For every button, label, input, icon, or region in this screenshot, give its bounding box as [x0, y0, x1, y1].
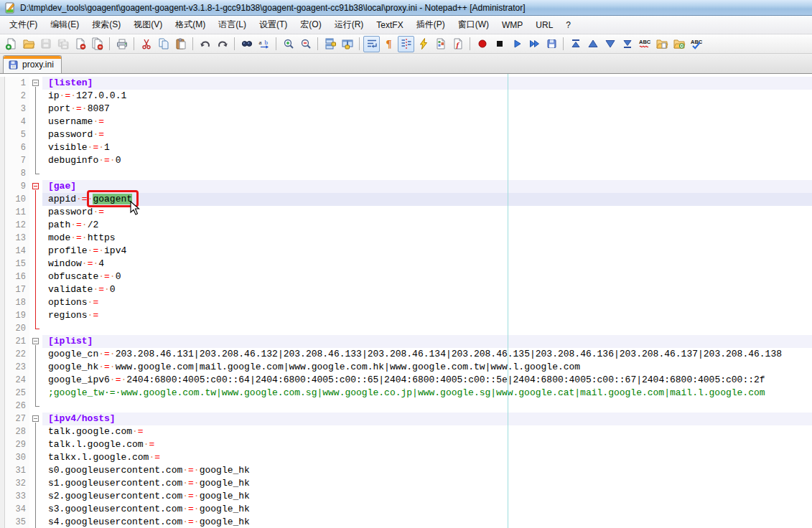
line-text[interactable]: ip·=·127.0.0.1: [42, 90, 812, 103]
line-text[interactable]: [ipv4/hosts]: [42, 412, 812, 425]
line-text[interactable]: password·=: [42, 128, 812, 141]
menu-item-o[interactable]: 宏(O): [294, 16, 327, 34]
undo-button[interactable]: [197, 36, 213, 52]
editor-line[interactable]: 30talkx.l.google.com·=: [0, 451, 812, 464]
editor-line[interactable]: 14profile·=·ipv4: [0, 245, 812, 258]
editor-line[interactable]: 13mode·=·https: [0, 232, 812, 245]
nav-down-button[interactable]: [602, 36, 618, 52]
menu-item-v[interactable]: 视图(V): [127, 16, 169, 34]
editor-line[interactable]: 35s4.googleusercontent.com·=·google_hk: [0, 516, 812, 528]
menu-item-w[interactable]: 窗口(W): [452, 16, 495, 34]
save-all-button[interactable]: [55, 36, 71, 52]
editor-line[interactable]: 32s1.googleusercontent.com·=·google_hk: [0, 477, 812, 490]
menu-item-wmp[interactable]: WMP: [495, 17, 529, 33]
line-text[interactable]: google_ipv6·=·2404:6800:4005:c00::64|240…: [42, 374, 812, 387]
zoom-in-button[interactable]: [280, 36, 297, 52]
line-text[interactable]: talk.google.com·=: [42, 425, 812, 438]
editor-line[interactable]: 12path·=·/2: [0, 219, 812, 232]
line-text[interactable]: port·=·8087: [42, 103, 812, 116]
line-text[interactable]: s0.googleusercontent.com·=·google_hk: [42, 464, 812, 477]
menu-item-m[interactable]: 格式(M): [169, 16, 212, 34]
folder-link-button[interactable]: [671, 36, 687, 52]
line-text[interactable]: google_hk·=·www.google.com|mail.google.c…: [42, 361, 812, 374]
editor-line[interactable]: 21[iplist]: [0, 335, 812, 348]
editor-line[interactable]: 10appid·=·goagent: [0, 193, 812, 206]
line-text[interactable]: obfuscate·=·0: [42, 270, 812, 283]
auto-spell-check-button[interactable]: ABC: [688, 36, 704, 52]
paste-button[interactable]: [172, 36, 189, 52]
show-all-characters-button[interactable]: ¶: [381, 36, 397, 52]
menu-item-f[interactable]: 文件(F): [3, 16, 44, 34]
line-text[interactable]: window·=·4: [42, 258, 812, 270]
line-text[interactable]: [gae]: [42, 180, 812, 193]
editor-line[interactable]: 5password·=: [0, 128, 812, 141]
sync-horizontal-scroll-button[interactable]: [339, 36, 355, 52]
macro-play-button[interactable]: [508, 36, 525, 52]
editor-line[interactable]: 20: [0, 322, 812, 335]
nav-first-button[interactable]: [567, 36, 584, 52]
editor-line[interactable]: 8: [0, 167, 812, 180]
macro-save-button[interactable]: [543, 36, 559, 52]
macro-record-button[interactable]: [474, 36, 490, 52]
line-text[interactable]: [42, 167, 812, 180]
editor-line[interactable]: 11password·=: [0, 206, 812, 219]
editor-line[interactable]: 27[ipv4/hosts]: [0, 412, 812, 425]
tab-proxy-ini[interactable]: proxy.ini: [3, 55, 62, 73]
editor-line[interactable]: 33s2.googleusercontent.com·=·google_hk: [0, 490, 812, 503]
copy-button[interactable]: [155, 36, 172, 52]
user-defined-dialog-button[interactable]: [415, 36, 431, 52]
fold-collapse-box-icon[interactable]: [32, 183, 39, 189]
editor-line[interactable]: 16obfuscate·=·0: [0, 270, 812, 283]
find-button[interactable]: [238, 36, 255, 52]
line-text[interactable]: s2.googleusercontent.com·=·google_hk: [42, 490, 812, 503]
menu-item-e[interactable]: 编辑(E): [44, 16, 85, 34]
line-text[interactable]: [42, 322, 812, 335]
save-button[interactable]: [37, 36, 54, 52]
line-text[interactable]: mode·=·https: [42, 232, 812, 245]
editor-line[interactable]: 9[gae]: [0, 180, 812, 193]
menu-item-url[interactable]: URL: [529, 17, 559, 33]
editor-line[interactable]: 6visible·=·1: [0, 141, 812, 154]
editor-line[interactable]: 18options·=: [0, 296, 812, 309]
line-text[interactable]: path·=·/2: [42, 219, 812, 232]
nav-up-button[interactable]: [584, 36, 601, 52]
line-text[interactable]: regions·=: [42, 309, 812, 322]
text-editor[interactable]: 1[listen]2ip·=·127.0.0.13port·=·80874use…: [0, 74, 812, 528]
menu-item-l[interactable]: 语言(L): [212, 16, 253, 34]
zoom-out-button[interactable]: [297, 36, 314, 52]
editor-line[interactable]: 4username·=: [0, 116, 812, 128]
menu-item-?[interactable]: ?: [559, 17, 577, 33]
new-file-button[interactable]: [3, 36, 19, 52]
editor-line[interactable]: 15window·=·4: [0, 258, 812, 270]
sync-vertical-scroll-button[interactable]: [322, 36, 338, 52]
editor-line[interactable]: 24google_ipv6·=·2404:6800:4005:c00::64|2…: [0, 374, 812, 387]
print-button[interactable]: [113, 36, 130, 52]
line-text[interactable]: username·=: [42, 116, 812, 128]
line-text[interactable]: [42, 400, 812, 412]
line-text[interactable]: profile·=·ipv4: [42, 245, 812, 258]
line-text[interactable]: talkx.l.google.com·=: [42, 451, 812, 464]
macro-stop-button[interactable]: [491, 36, 508, 52]
line-text[interactable]: talk.l.google.com·=: [42, 438, 812, 451]
editor-line[interactable]: 17validate·=·0: [0, 283, 812, 296]
editor-line[interactable]: 31s0.googleusercontent.com·=·google_hk: [0, 464, 812, 477]
replace-button[interactable]: ab: [256, 36, 272, 52]
document-map-button[interactable]: [432, 36, 449, 52]
close-button[interactable]: [72, 36, 88, 52]
fold-collapse-box-icon[interactable]: [32, 338, 39, 344]
menu-item-t[interactable]: 设置(T): [253, 16, 294, 34]
function-list-button[interactable]: f: [449, 36, 466, 52]
editor-line[interactable]: 25;google_tw·=·www.google.com.tw|www.goo…: [0, 387, 812, 400]
editor-line[interactable]: 26: [0, 400, 812, 412]
show-indent-guide-button[interactable]: [398, 36, 414, 52]
editor-line[interactable]: 19regions·=: [0, 309, 812, 322]
menu-item-p[interactable]: 插件(P): [410, 16, 452, 34]
macro-run-multiple-button[interactable]: [526, 36, 542, 52]
fold-collapse-box-icon[interactable]: [32, 415, 39, 422]
line-text[interactable]: s3.googleusercontent.com·=·google_hk: [42, 503, 812, 516]
cut-button[interactable]: [138, 36, 154, 52]
line-text[interactable]: appid·=·goagent: [42, 193, 812, 206]
menu-item-textfx[interactable]: TextFX: [370, 17, 409, 33]
menu-item-s[interactable]: 搜索(S): [85, 16, 127, 34]
word-wrap-button[interactable]: [363, 36, 380, 52]
